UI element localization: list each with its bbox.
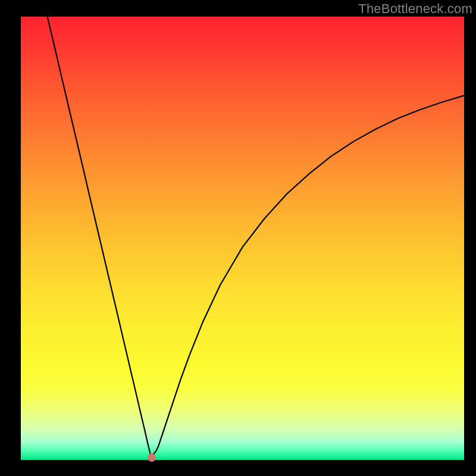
chart-marker-dot (148, 453, 156, 462)
chart-plot-area (21, 17, 464, 460)
bottleneck-curve-line (48, 17, 464, 456)
watermark-text: TheBottleneck.com (358, 1, 472, 17)
chart-curve-svg (21, 17, 464, 460)
